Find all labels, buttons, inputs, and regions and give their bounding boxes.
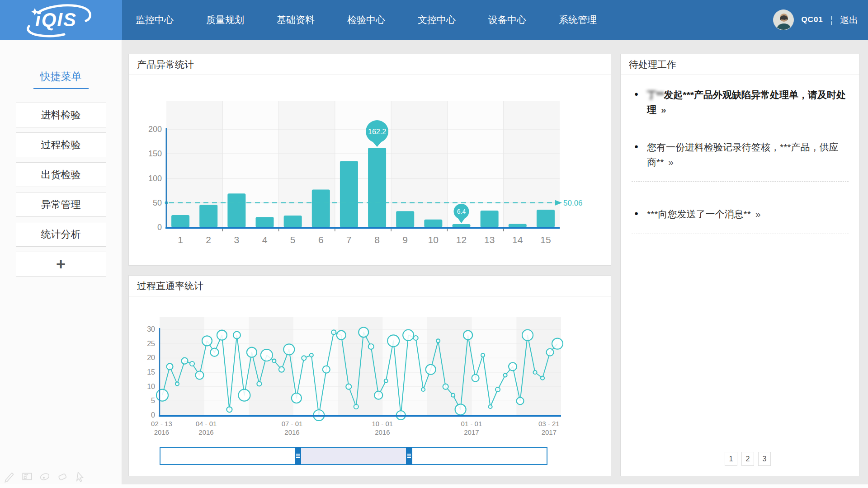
svg-text:02 - 13: 02 - 13 <box>151 420 172 427</box>
todo-text: 发起***产品外观缺陷异常处理单，请及时处理 <box>647 89 846 115</box>
annotation-toolbar <box>4 471 86 483</box>
svg-text:200: 200 <box>148 125 162 134</box>
todo-item-2[interactable]: ●您有一份进料检验记录待签核，***产品，供应商**» <box>632 129 849 182</box>
svg-text:50: 50 <box>153 198 162 207</box>
quick-menu-buttons: 进料检验过程检验出货检验异常管理统计分析+ <box>0 103 122 277</box>
sidebar-button-2[interactable]: 过程检验 <box>16 132 106 157</box>
avatar-photo-icon <box>774 10 794 30</box>
bottom-strip <box>0 484 868 488</box>
sidebar-button-5[interactable]: 统计分析 <box>16 222 106 247</box>
panel-todo: 待处理工作 ●丁**发起***产品外观缺陷异常处理单，请及时处理»●您有一份进料… <box>620 54 860 476</box>
bullet-icon: ● <box>634 141 638 151</box>
sidebar-add-button[interactable]: + <box>16 252 106 277</box>
stamp-icon[interactable] <box>21 471 33 483</box>
header-divider: ¦ <box>830 15 833 25</box>
redacted-name: 丁** <box>647 89 664 100</box>
nav-item-6[interactable]: 设备中心 <box>488 14 526 26</box>
quick-menu-title: 快捷菜单 <box>0 70 122 84</box>
svg-text:5: 5 <box>151 397 155 404</box>
panel-title-fpy: 过程直通率统计 <box>129 276 611 296</box>
svg-text:1: 1 <box>178 235 183 245</box>
svg-text:2016: 2016 <box>284 428 299 436</box>
todo-more-link[interactable]: » <box>755 209 761 219</box>
svg-text:10: 10 <box>428 235 439 245</box>
svg-text:01 - 01: 01 - 01 <box>461 420 482 427</box>
datazoom-slider[interactable] <box>160 447 547 465</box>
nav-item-2[interactable]: 质量规划 <box>206 14 244 26</box>
nav-item-5[interactable]: 文控中心 <box>418 14 456 26</box>
svg-text:0: 0 <box>151 411 155 419</box>
svg-text:50.06: 50.06 <box>563 199 583 207</box>
svg-text:03 - 21: 03 - 21 <box>538 420 560 427</box>
todo-item-1[interactable]: ●丁**发起***产品外观缺陷异常处理单，请及时处理» <box>632 77 849 129</box>
pencil-icon[interactable] <box>4 471 15 483</box>
line-chart: 05101520253002 - 13201604 - 01201607 - 0… <box>129 296 611 446</box>
todo-more-link[interactable]: » <box>668 157 674 167</box>
todo-item-3[interactable]: ●***向您发送了一个消息**» <box>632 182 849 234</box>
bullet-icon: ● <box>634 89 638 99</box>
nav-item-4[interactable]: 检验中心 <box>347 14 385 26</box>
sidebar-button-4[interactable]: 异常管理 <box>16 192 106 217</box>
bullet-icon: ● <box>634 208 638 218</box>
todo-text: 您有一份进料检验记录待签核，***产品，供应商** <box>647 142 839 167</box>
nav-item-7[interactable]: 系统管理 <box>559 14 597 26</box>
svg-text:20: 20 <box>147 354 155 361</box>
svg-text:100: 100 <box>148 174 162 183</box>
svg-text:10 - 01: 10 - 01 <box>372 420 393 427</box>
svg-text:07 - 01: 07 - 01 <box>282 420 303 427</box>
eraser-icon[interactable] <box>57 471 68 483</box>
user-area: QC01 ¦ 退出 <box>773 0 858 40</box>
user-avatar[interactable] <box>773 9 794 30</box>
svg-text:2016: 2016 <box>198 428 213 436</box>
datazoom-left-handle[interactable] <box>295 447 301 465</box>
cursor-icon[interactable] <box>74 471 86 483</box>
svg-text:3: 3 <box>234 235 240 245</box>
quick-menu-underline <box>33 88 89 89</box>
svg-text:13: 13 <box>484 235 495 245</box>
svg-text:150: 150 <box>148 149 162 158</box>
nav-item-1[interactable]: 监控中心 <box>136 14 174 26</box>
sidebar-button-1[interactable]: 进料检验 <box>16 103 106 127</box>
datazoom-right-handle[interactable] <box>406 447 412 465</box>
svg-text:14: 14 <box>512 235 523 245</box>
page-button-2[interactable]: 2 <box>741 452 754 466</box>
top-header: iQIS 监控中心质量规划基础资料检验中心文控中心设备中心系统管理 QC01 ¦… <box>0 0 868 40</box>
datazoom-selected-range[interactable] <box>298 448 409 464</box>
svg-text:162.2: 162.2 <box>368 128 386 136</box>
svg-text:2016: 2016 <box>375 428 390 436</box>
svg-text:2017: 2017 <box>464 428 479 436</box>
svg-text:30: 30 <box>147 325 155 333</box>
page-button-3[interactable]: 3 <box>758 452 771 466</box>
bar-chart-area: 50.06162.26.4050100150200123456789101213… <box>129 75 611 265</box>
svg-text:4: 4 <box>262 235 268 245</box>
page-button-1[interactable]: 1 <box>725 452 737 466</box>
bar-chart: 50.06162.26.4050100150200123456789101213… <box>129 75 611 265</box>
app-logo[interactable]: iQIS <box>0 0 122 40</box>
todo-list: ●丁**发起***产品外观缺陷异常处理单，请及时处理»●您有一份进料检验记录待签… <box>621 75 859 234</box>
svg-text:10: 10 <box>147 383 155 390</box>
svg-text:0: 0 <box>157 223 162 232</box>
panel-title-todo: 待处理工作 <box>621 54 859 75</box>
sidebar-button-3[interactable]: 出货检验 <box>16 162 106 187</box>
ellipse-icon[interactable] <box>39 471 51 483</box>
svg-text:8: 8 <box>374 235 380 245</box>
panel-fpy: 过程直通率统计 05101520253002 - 13201604 - 0120… <box>128 275 611 476</box>
panel-title-abnormal: 产品异常统计 <box>129 54 611 75</box>
svg-text:6: 6 <box>318 235 324 245</box>
svg-text:15: 15 <box>147 368 155 376</box>
nav-item-3[interactable]: 基础资料 <box>277 14 315 26</box>
svg-text:04 - 01: 04 - 01 <box>196 420 217 427</box>
svg-text:6.4: 6.4 <box>457 208 466 215</box>
logout-button[interactable]: 退出 <box>840 14 858 26</box>
line-chart-area: 05101520253002 - 13201604 - 01201607 - 0… <box>129 296 611 476</box>
svg-text:25: 25 <box>147 340 155 347</box>
todo-more-link[interactable]: » <box>661 104 666 115</box>
svg-text:5: 5 <box>290 235 296 245</box>
svg-text:2017: 2017 <box>542 428 557 436</box>
main-nav: 监控中心质量规划基础资料检验中心文控中心设备中心系统管理 <box>136 0 597 40</box>
svg-text:2: 2 <box>206 235 211 245</box>
username-label: QC01 <box>801 15 823 24</box>
svg-text:12: 12 <box>456 235 467 245</box>
logo-text: iQIS <box>35 9 77 31</box>
todo-pagination: 123 <box>725 452 771 466</box>
